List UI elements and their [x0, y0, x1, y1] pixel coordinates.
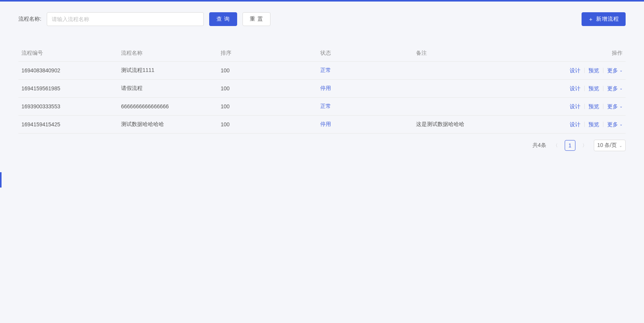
search-label: 流程名称:	[18, 16, 41, 23]
table-row: 1693900333553 6666666666666666 100 正常 设计…	[18, 98, 626, 116]
cell-id: 1694159561985	[18, 80, 118, 98]
cell-actions: 设计 预览 更多 ⌄	[513, 62, 626, 80]
cell-name: 测试流程1111	[118, 62, 218, 80]
reset-button[interactable]: 重 置	[243, 12, 270, 26]
cell-actions: 设计 预览 更多 ⌄	[513, 116, 626, 134]
cell-sort: 100	[218, 62, 317, 80]
cell-id: 1694159415425	[18, 116, 118, 134]
actions-group: 设计 预览 更多 ⌄	[516, 68, 623, 73]
cell-sort: 100	[218, 116, 317, 134]
preview-link[interactable]: 预览	[585, 68, 603, 73]
cell-status: 正常	[317, 62, 413, 80]
plus-icon: ＋	[588, 16, 594, 22]
status-link[interactable]: 正常	[320, 103, 331, 109]
chevron-down-icon: ⌄	[619, 86, 623, 90]
actions-group: 设计 预览 更多 ⌄	[516, 122, 623, 127]
actions-group: 设计 预览 更多 ⌄	[516, 104, 623, 109]
cell-actions: 设计 预览 更多 ⌄	[513, 80, 626, 98]
page-size-label: 10 条/页	[597, 142, 617, 149]
design-link[interactable]: 设计	[566, 104, 585, 109]
design-link[interactable]: 设计	[566, 86, 585, 91]
cell-remark: 这是测试数据哈哈哈	[413, 116, 513, 134]
status-link[interactable]: 正常	[320, 67, 331, 73]
cell-actions: 设计 预览 更多 ⌄	[513, 98, 626, 116]
pagination: 共4条 〈 1 〉 10 条/页 ⌄	[18, 140, 626, 151]
flow-name-input[interactable]	[47, 12, 204, 26]
cell-status: 停用	[317, 116, 413, 134]
pagination-total: 共4条	[533, 142, 546, 149]
actions-group: 设计 预览 更多 ⌄	[516, 86, 623, 91]
th-sort: 排序	[218, 45, 317, 62]
cell-remark	[413, 62, 513, 80]
design-link[interactable]: 设计	[566, 68, 585, 73]
cell-id: 1693900333553	[18, 98, 118, 116]
th-remark: 备注	[413, 45, 513, 62]
cell-remark	[413, 98, 513, 116]
design-link[interactable]: 设计	[566, 122, 585, 127]
th-actions: 操作	[513, 45, 626, 62]
prev-page-button[interactable]: 〈	[550, 140, 561, 151]
add-flow-button[interactable]: ＋ 新增流程	[582, 12, 626, 26]
more-link[interactable]: 更多 ⌄	[603, 86, 623, 91]
cell-name: 6666666666666666	[118, 98, 218, 116]
chevron-down-icon: ⌄	[619, 144, 622, 148]
cell-remark	[413, 80, 513, 98]
query-button[interactable]: 查 询	[209, 12, 237, 26]
next-page-button[interactable]: 〉	[579, 140, 590, 151]
table-row: 1694159415425 测试数据哈哈哈哈 100 停用 这是测试数据哈哈哈 …	[18, 116, 626, 134]
table-header-row: 流程编号 流程名称 排序 状态 备注 操作	[18, 45, 626, 62]
more-link[interactable]: 更多 ⌄	[603, 104, 623, 109]
search-left-group: 流程名称: 查 询 重 置	[18, 12, 270, 26]
table-row: 1694083840902 测试流程1111 100 正常 设计 预览 更多 ⌄	[18, 62, 626, 80]
chevron-down-icon: ⌄	[619, 104, 623, 108]
cell-status: 停用	[317, 80, 413, 98]
flow-table: 流程编号 流程名称 排序 状态 备注 操作 1694083840902 测试流程…	[18, 45, 626, 134]
th-name: 流程名称	[118, 45, 218, 62]
cell-name: 请假流程	[118, 80, 218, 98]
search-row: 流程名称: 查 询 重 置 ＋ 新增流程	[18, 12, 626, 26]
th-status: 状态	[317, 45, 413, 62]
preview-link[interactable]: 预览	[585, 122, 603, 127]
status-link[interactable]: 停用	[320, 121, 331, 127]
chevron-down-icon: ⌄	[619, 69, 623, 72]
cell-sort: 100	[218, 98, 317, 116]
status-link[interactable]: 停用	[320, 85, 331, 91]
main-container: 流程名称: 查 询 重 置 ＋ 新增流程 流程编号 流程名称 排序 状态 备注 …	[0, 2, 644, 162]
table-row: 1694159561985 请假流程 100 停用 设计 预览 更多 ⌄	[18, 80, 626, 98]
table-body: 1694083840902 测试流程1111 100 正常 设计 预览 更多 ⌄…	[18, 62, 626, 134]
page-size-select[interactable]: 10 条/页 ⌄	[594, 140, 626, 151]
cell-status: 正常	[317, 98, 413, 116]
cell-sort: 100	[218, 80, 317, 98]
table-wrapper: 流程编号 流程名称 排序 状态 备注 操作 1694083840902 测试流程…	[18, 45, 626, 134]
th-id: 流程编号	[18, 45, 118, 62]
preview-link[interactable]: 预览	[585, 104, 603, 109]
more-link[interactable]: 更多 ⌄	[603, 68, 623, 73]
chevron-down-icon: ⌄	[619, 122, 623, 126]
add-flow-label: 新增流程	[596, 16, 619, 23]
preview-link[interactable]: 预览	[585, 86, 603, 91]
more-link[interactable]: 更多 ⌄	[603, 122, 623, 127]
cell-name: 测试数据哈哈哈哈	[118, 116, 218, 134]
cell-id: 1694083840902	[18, 62, 118, 80]
page-number-1[interactable]: 1	[565, 140, 575, 151]
